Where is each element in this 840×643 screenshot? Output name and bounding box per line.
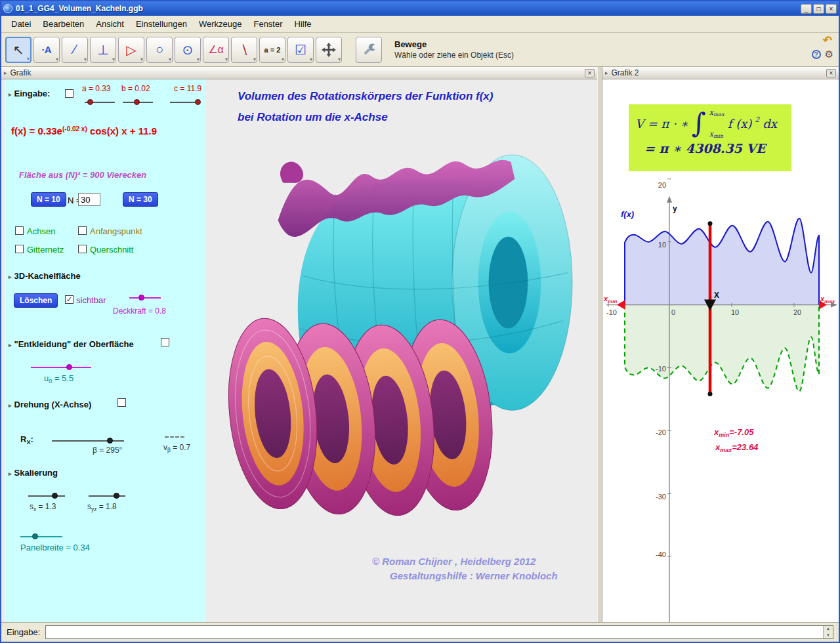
tool-point-button[interactable]: ∙A ▾: [33, 37, 60, 63]
tool-dropdown-arrow-icon[interactable]: ▾: [197, 57, 200, 62]
tool-customize-button[interactable]: [356, 37, 382, 63]
tool-dropdown-arrow-icon[interactable]: ▾: [169, 57, 171, 62]
slider-b[interactable]: [123, 99, 153, 106]
tool-angle-button[interactable]: ∠α ▾: [203, 37, 229, 63]
drehung-checkbox[interactable]: [117, 398, 126, 407]
menu-fenster[interactable]: Fenster: [247, 17, 288, 31]
tool-dropdown-arrow-icon[interactable]: ▾: [225, 57, 228, 62]
tool-dropdown-arrow-icon[interactable]: ▾: [112, 57, 115, 62]
n-input[interactable]: [78, 193, 100, 206]
spinner-down-icon[interactable]: ▼: [824, 633, 833, 639]
loeschen-button[interactable]: Löschen: [14, 293, 58, 308]
tool-dropdown-arrow-icon[interactable]: ▾: [310, 57, 312, 62]
input-history-spinner[interactable]: ▲ ▼: [823, 626, 833, 638]
sx-slider[interactable]: [28, 493, 65, 499]
menu-hilfe[interactable]: Hilfe: [289, 17, 318, 31]
entkleidung-section-title: ▸"Entkleidung" der Oberfläche: [9, 339, 134, 349]
tool-line-button[interactable]: ∕ ▾: [62, 37, 88, 63]
drehung-section-title: ▸Drehung (X-Achse): [9, 400, 91, 409]
menu-werkzeuge[interactable]: Werkzeuge: [193, 17, 248, 31]
help-icon[interactable]: ?: [812, 50, 821, 59]
volume-formula-box[interactable]: V = π · ∗ ∫ xmax xmin f (x)2 dx = π ∗ 43…: [629, 104, 791, 171]
grafik2-view: ▸ Grafik 2 × V = π · ∗ ∫ xmax xmin f (x)…: [602, 67, 839, 622]
grafik-view: ▸ Grafik × ▸Eingabe: a = 0.33 b = 0.: [1, 67, 597, 622]
tool-move-view-button[interactable]: ▾: [316, 37, 342, 63]
menu-einstellungen[interactable]: Einstellungen: [130, 17, 193, 31]
grafik-view-body[interactable]: ▸Eingabe: a = 0.33 b = 0.02 c = 11.9: [1, 79, 597, 622]
input-wrap: ▲ ▼: [45, 625, 833, 639]
undo-icon[interactable]: ↶: [822, 35, 833, 47]
n30-button[interactable]: N = 30: [123, 192, 158, 207]
gitternetz-checkbox[interactable]: [15, 245, 24, 253]
section-arrow-icon[interactable]: ▸: [9, 342, 12, 348]
tool-dropdown-arrow-icon[interactable]: ▾: [84, 57, 87, 62]
vbeta-slider[interactable]: [165, 436, 184, 438]
tool-circle-button[interactable]: ○ ▾: [146, 37, 173, 63]
tool-reflection-button[interactable]: ∖ ▾: [231, 37, 257, 63]
minimize-button[interactable]: _: [801, 4, 812, 14]
tool-dropdown-arrow-icon[interactable]: ▾: [56, 57, 58, 62]
achsen-checkbox[interactable]: [15, 226, 24, 235]
sx-knob[interactable]: [52, 493, 58, 499]
anfangspunkt-checkbox[interactable]: [78, 226, 87, 235]
graphics-canvas[interactable]: Volumen des Rotationskörpers der Funktio…: [205, 79, 597, 622]
sichtbar-checkbox[interactable]: ✓: [65, 295, 74, 304]
querschnitt-checkbox[interactable]: [78, 245, 87, 253]
tool-dropdown-arrow-icon[interactable]: ▾: [140, 57, 143, 62]
rotation-solid-figure[interactable]: [205, 79, 597, 622]
tool-dropdown-arrow-icon[interactable]: ▾: [27, 56, 30, 62]
tool-conic-button[interactable]: ⊙ ▾: [175, 37, 201, 63]
tool-polygon-button[interactable]: ▷ ▾: [118, 37, 144, 63]
angle-icon: ∠α: [208, 43, 224, 56]
syz-knob[interactable]: [114, 493, 119, 499]
close-button[interactable]: ×: [826, 4, 837, 14]
mirror-point[interactable]: [708, 392, 713, 396]
slider-a-knob[interactable]: [87, 99, 93, 105]
grafik2-view-body[interactable]: V = π · ∗ ∫ xmax xmin f (x)2 dx = π ∗ 43…: [602, 79, 839, 622]
panel-arrow-icon[interactable]: ▸: [4, 70, 7, 76]
menu-datei[interactable]: Datei: [5, 17, 37, 31]
tool-action-object-button[interactable]: ☑ ▾: [287, 37, 314, 63]
maximize-button[interactable]: □: [813, 4, 824, 14]
vbeta-label: vβ = 0.7: [163, 443, 190, 452]
command-input[interactable]: [45, 625, 833, 639]
tool-slider-button[interactable]: a = 2 ▾: [259, 37, 285, 63]
grafik2-close-icon[interactable]: ×: [826, 69, 836, 77]
tool-move-button[interactable]: ↖ ▾: [5, 37, 32, 63]
eingabe-checkbox[interactable]: [65, 89, 74, 98]
section-arrow-icon[interactable]: ▸: [9, 470, 12, 477]
slider-a[interactable]: [85, 99, 115, 106]
tool-dropdown-arrow-icon[interactable]: ▾: [282, 57, 284, 62]
n10-button[interactable]: N = 10: [31, 192, 66, 207]
panelbreite-knob[interactable]: [32, 533, 38, 539]
u0-knob[interactable]: [66, 364, 72, 370]
entkleidung-checkbox[interactable]: [161, 338, 169, 346]
gear-icon[interactable]: ⚙: [825, 49, 833, 59]
slider-c-knob[interactable]: [195, 99, 201, 105]
deckkraft-knob[interactable]: [138, 295, 144, 301]
panel-arrow-icon[interactable]: ▸: [605, 70, 608, 76]
section-arrow-icon[interactable]: ▸: [9, 91, 12, 98]
menu-bearbeiten[interactable]: Bearbeiten: [37, 17, 90, 31]
spinner-up-icon[interactable]: ▲: [824, 626, 833, 633]
xmin-arrow-icon[interactable]: [617, 301, 625, 310]
section-arrow-icon[interactable]: ▸: [9, 402, 12, 409]
panelbreite-slider[interactable]: [20, 533, 62, 540]
grafik-close-icon[interactable]: ×: [585, 69, 595, 77]
syz-slider[interactable]: [89, 493, 125, 499]
u0-slider[interactable]: [31, 364, 91, 371]
deckkraft-slider[interactable]: [129, 295, 161, 301]
view-splitter[interactable]: [597, 67, 602, 622]
rx-slider[interactable]: [52, 438, 124, 444]
integral-lower-limit: xmin: [709, 130, 724, 138]
slider-c[interactable]: [170, 99, 200, 106]
rx-knob[interactable]: [107, 438, 113, 444]
slider-track: [28, 495, 65, 497]
menu-ansicht[interactable]: Ansicht: [90, 17, 130, 31]
tool-perpendicular-button[interactable]: ⊥ ▾: [90, 37, 116, 63]
slider-b-knob[interactable]: [134, 99, 140, 105]
tool-dropdown-arrow-icon[interactable]: ▾: [338, 57, 341, 62]
tool-dropdown-arrow-icon[interactable]: ▾: [253, 57, 256, 62]
curve-point[interactable]: [708, 221, 713, 226]
section-arrow-icon[interactable]: ▸: [9, 274, 12, 280]
